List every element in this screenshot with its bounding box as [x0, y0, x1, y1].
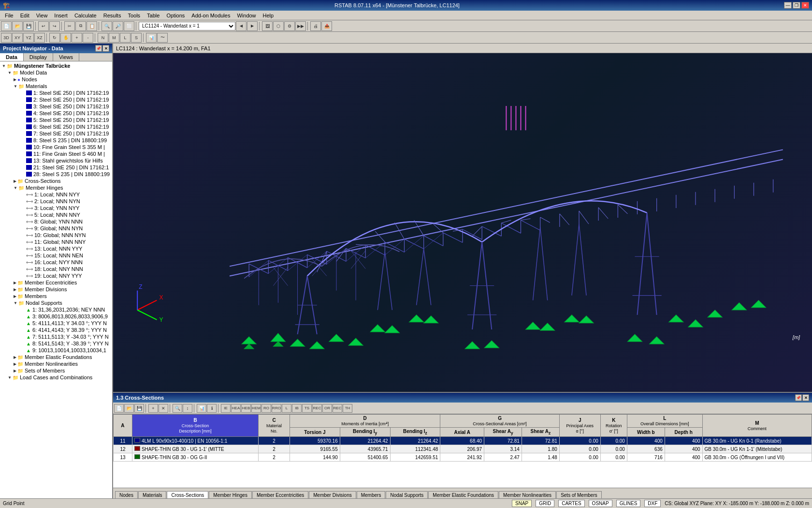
viewxz-btn[interactable]: XZ: [34, 33, 45, 43]
members-vis-btn[interactable]: M: [109, 33, 119, 43]
menu-file[interactable]: File: [2, 12, 16, 19]
redo-btn[interactable]: ↪: [49, 21, 60, 31]
tree-hinge-8[interactable]: ⟷ 8: Global; YNN NNN: [1, 218, 111, 225]
tree-hinge-13[interactable]: ⟷ 13: Local; NNN YYY: [1, 245, 111, 252]
tab-member-eccentricities[interactable]: Member Eccentricities: [252, 491, 308, 498]
tree-mat-2[interactable]: 2: Steel StE 250 | DIN 17162:19: [1, 96, 111, 103]
table-prop-btn12[interactable]: REC: [333, 404, 342, 413]
table-prop-btn3[interactable]: HEB: [241, 404, 251, 413]
tree-mat-1[interactable]: 1: Steel StE 250 | DIN 17162:19: [1, 90, 111, 96]
tree-mat-6[interactable]: 6: Steel StE 250 | DIN 17162:19: [1, 123, 111, 130]
tree-model-data[interactable]: ▼ 📁 Model Data: [1, 69, 111, 76]
menu-calculate[interactable]: Calculate: [72, 12, 100, 19]
menu-tools[interactable]: Tools: [125, 12, 143, 19]
tab-member-divisions[interactable]: Member Divisions: [309, 491, 356, 498]
tree-nonlinearities[interactable]: ▶ 📁 Member Nonlinearities: [1, 360, 111, 367]
copy-btn[interactable]: ⧉: [75, 21, 86, 31]
tree-ns-8[interactable]: ▲ 8: 5141,5143; Y -38.39 °; YYY N: [1, 340, 111, 347]
table-prop-btn2[interactable]: HEA: [231, 404, 241, 413]
status-glines[interactable]: GLINES: [616, 500, 641, 507]
pan-btn[interactable]: ✋: [60, 33, 71, 43]
panel-close-btn[interactable]: ✕: [802, 394, 809, 401]
tree-mat-13[interactable]: 13: Stahl gewichtslos für Hilfs: [1, 157, 111, 164]
nodes-vis-btn[interactable]: N: [98, 33, 108, 43]
tab-member-nonlinearities[interactable]: Member Nonlinearities: [499, 491, 556, 498]
tree-mat-8[interactable]: 8: Steel S 235 | DIN 18800:199: [1, 137, 111, 144]
menu-window[interactable]: Window: [234, 12, 259, 19]
tree-hinge-15[interactable]: ⟷ 15: Local; NNN NEN: [1, 252, 111, 259]
tree-ns-3[interactable]: ▲ 3: 8006,8013,8026,8033,9006,9: [1, 313, 111, 320]
restore-button[interactable]: ❐: [793, 2, 800, 9]
tree-mat-10[interactable]: 10: Fine Grain Steel S 355 M |: [1, 144, 111, 150]
tree-hinge-5[interactable]: ⟷ 5: Local; NNN NNY: [1, 211, 111, 218]
tree-nodal-supports[interactable]: ▼ 📁 Nodal Supports: [1, 299, 111, 306]
close-button[interactable]: ✕: [801, 2, 809, 9]
cut-btn[interactable]: ✂: [64, 21, 75, 31]
tree-hinge-9[interactable]: ⟷ 9: Global; NNN NYN: [1, 225, 111, 232]
viewyz-btn[interactable]: YZ: [23, 33, 34, 43]
new-btn[interactable]: 📄: [1, 21, 12, 31]
status-grid[interactable]: GRID: [536, 500, 554, 507]
tree-sets-members[interactable]: ▶ 📁 Sets of Members: [1, 367, 111, 374]
table-prop-btn10[interactable]: REC: [312, 404, 322, 413]
tab-nodes[interactable]: Nodes: [115, 491, 138, 498]
menu-insert[interactable]: Insert: [51, 12, 71, 19]
nav-tab-data[interactable]: Data: [0, 53, 24, 61]
tree-nodes[interactable]: ▶ ● Nodes: [1, 76, 111, 83]
menu-table[interactable]: Table: [144, 12, 162, 19]
table-filter-btn[interactable]: 🔍: [173, 404, 182, 413]
viewport-canvas[interactable]: X Y Z [m]: [113, 53, 812, 392]
tab-sets-of-members[interactable]: Sets of Members: [556, 491, 602, 498]
open-btn[interactable]: 📂: [12, 21, 23, 31]
status-snap[interactable]: SNAP: [512, 500, 532, 507]
menu-help[interactable]: Help: [260, 12, 277, 19]
tree-hinge-11[interactable]: ⟷ 11: Global; NNN NNY: [1, 239, 111, 245]
tree-mat-21[interactable]: 21: Steel StE 250 | DIN 17162:1: [1, 164, 111, 171]
loads-vis-btn[interactable]: L: [120, 33, 130, 43]
settings-btn[interactable]: ⚙: [284, 21, 295, 31]
minimize-button[interactable]: —: [784, 2, 792, 9]
lc-next-btn[interactable]: ▶: [247, 21, 258, 31]
table-row[interactable]: 13 SHAPE-THIN GB 30 - OG G-II 2 144.90 5…: [114, 453, 812, 462]
tree-hinge-1[interactable]: ⟷ 1: Local; NNN NYY: [1, 191, 111, 198]
tree-hinge-16[interactable]: ⟷ 16: Local; NYY NNN: [1, 259, 111, 266]
table-prop-btn6[interactable]: RRO: [272, 404, 281, 413]
lc-combo[interactable]: LC1124 - Wanderlast x = 1: [139, 22, 235, 30]
tree-mat-5[interactable]: 5: Steel StE 250 | DIN 17162:19: [1, 117, 111, 123]
tree-ns-7[interactable]: ▲ 7: 5111,5113; Y -34.03 °; YYY N: [1, 333, 111, 340]
menu-options[interactable]: Options: [163, 12, 188, 19]
table-info-btn[interactable]: ℹ: [207, 404, 217, 413]
nav-tab-display[interactable]: Display: [24, 53, 53, 61]
view3d-btn[interactable]: 3D: [1, 33, 12, 43]
status-cartes[interactable]: CARTES: [558, 500, 584, 507]
table-row[interactable]: 12 SHAPE-THIN GB 30 - UG 1-1' (MITTE 2 9…: [114, 445, 812, 453]
tree-mat-11[interactable]: 11: Fine Grain Steel S 460 M |: [1, 150, 111, 157]
table-row[interactable]: 11 4LM L 90x90x10-400/10 | EN 10056-1:1 …: [114, 437, 812, 445]
table-del-btn[interactable]: ✕: [159, 404, 168, 413]
tree-hinge-18[interactable]: ⟷ 18: Local; NNY NNN: [1, 266, 111, 272]
tab-member-elastic-foundations[interactable]: Member Elastic Foundations: [428, 491, 498, 498]
table-prop-btn9[interactable]: TS: [302, 404, 312, 413]
tree-member-divisions[interactable]: ▶ 📁 Member Divisions: [1, 286, 111, 293]
tree-materials[interactable]: ▼ 📁 Materials: [1, 83, 111, 90]
result-diag-btn[interactable]: 📊: [146, 33, 157, 43]
wireframe-btn[interactable]: ⬡: [273, 21, 284, 31]
supports-vis-btn[interactable]: S: [131, 33, 142, 43]
tree-mat-3[interactable]: 3: Steel StE 250 | DIN 17162:19: [1, 103, 111, 110]
zoom-out-btn[interactable]: 🔎: [113, 21, 123, 31]
paste-btn[interactable]: 📋: [87, 21, 97, 31]
table-prop-btn1[interactable]: IE: [221, 404, 231, 413]
tree-member-eccentricities[interactable]: ▶ 📁 Member Eccentricities: [1, 279, 111, 286]
tree-ns-1[interactable]: ▲ 1: 31,36,2031,2036; NEY NNN: [1, 306, 111, 313]
tree-ns-4[interactable]: ▲ 5: 4111,4113; Y 34.03 °; YYY N: [1, 320, 111, 327]
tree-members[interactable]: ▶ 📁 Members: [1, 293, 111, 299]
table-prop-btn11[interactable]: OR: [322, 404, 332, 413]
table-new-btn[interactable]: 📄: [114, 404, 124, 413]
tree-hinge-10[interactable]: ⟷ 10: Global; NNN NYN: [1, 232, 111, 239]
tree-hinge-19[interactable]: ⟷ 19: Local; NNY YYY: [1, 272, 111, 279]
table-prop-btn7[interactable]: L: [282, 404, 291, 413]
tree-hinge-2[interactable]: ⟷ 2: Local; NNN NYN: [1, 198, 111, 205]
status-dxf[interactable]: DXF: [644, 500, 661, 507]
tab-materials[interactable]: Materials: [138, 491, 167, 498]
viewxy-btn[interactable]: XY: [12, 33, 23, 43]
